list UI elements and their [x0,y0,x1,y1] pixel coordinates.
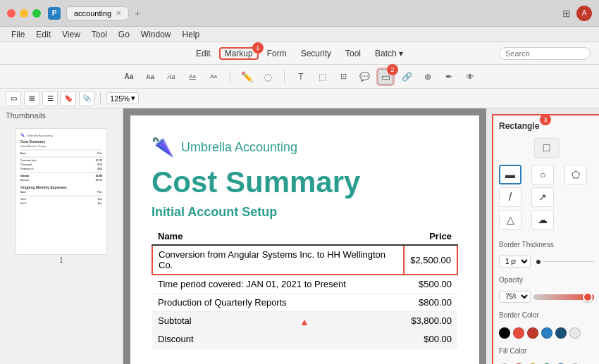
right-panel-wrapper: Rectangle 3 □ ▬ ○ ⬠ / ↗ △ ☁ Border Thick… [486,108,599,364]
discount-row: Discount $00.00 [152,330,457,349]
titlebar-right: ⊞ A [562,6,592,21]
pdf-subtitle: Initial Account Setup [152,205,458,220]
thumbnail-content: 🌂 Umbrella Accounting Cost Summary Initi… [16,128,107,255]
menu-tool-btn[interactable]: Tool [340,47,366,60]
menu-form-btn[interactable]: Form [261,47,292,60]
font-aa-2[interactable]: Aa [142,69,158,84]
menu-view[interactable]: View [56,28,86,41]
shape-cloud[interactable]: ☁ [531,210,554,230]
opacity-slider[interactable] [533,294,594,300]
row-3-name: Production of Quarterly Reports [152,294,404,312]
menu-security-btn[interactable]: Security [295,47,337,60]
maximize-button[interactable] [32,9,41,18]
border-color-blue1[interactable] [541,327,552,339]
new-tab-button[interactable]: + [135,8,140,19]
shape-line[interactable]: / [499,187,521,207]
pdf-page: 🌂 Umbrella Accounting Cost Summary Initi… [130,115,479,364]
discount-label: Discount [152,330,404,349]
tab-bar: accounting ✕ + [66,6,562,20]
border-color-black[interactable] [499,327,510,339]
search-area [499,47,591,60]
view-double-btn[interactable]: ⊞ [24,91,39,106]
thickness-select[interactable]: 1 pt 2 pt 3 pt [499,256,531,268]
border-color-red2[interactable] [527,327,538,339]
view-single-btn[interactable]: ▭ [6,91,21,106]
tab-label: accounting [74,9,111,18]
minimize-button[interactable] [20,9,28,18]
shape-rect-filled[interactable]: ▬ [499,165,521,184]
right-panel: Rectangle 3 □ ▬ ○ ⬠ / ↗ △ ☁ Border Thick… [492,114,599,364]
shape-triangle[interactable]: △ [499,210,521,230]
fill-color-label: Fill Color [499,347,594,355]
border-color-light[interactable] [569,327,581,339]
table-header-price: Price [404,228,457,245]
font-aa-5[interactable]: Aa [206,69,221,84]
menu-file[interactable]: File [6,28,30,41]
text-icon[interactable]: T [293,69,309,84]
menu-edit-btn[interactable]: Edit [190,47,216,60]
grid-icon[interactable]: ⊞ [562,8,571,19]
font-aa-4[interactable]: Aa [185,69,200,84]
link-icon[interactable]: 🔗 [399,69,414,84]
row-2-name: Time period covered: JAN 01, 2021 to Pre… [152,275,404,294]
shape-grid: ▬ ○ ⬠ / ↗ △ ☁ [499,165,594,230]
border-color-red1[interactable] [513,327,524,339]
search-input[interactable] [499,47,591,60]
thumbnail-page-1[interactable]: 🌂 Umbrella Accounting Cost Summary Initi… [16,128,107,265]
pencil-icon[interactable]: ✏️ [239,69,254,84]
row-3-price: $800.00 [404,294,457,312]
panel-badge: 3 [540,114,551,125]
stamp-icon[interactable]: ⊕ [420,69,436,84]
table-row: Time period covered: JAN 01, 2021 to Pre… [152,275,457,294]
row-1-price: $2,500.00 [404,245,457,275]
rectangle-container: ▭ 2 [378,69,393,84]
text-box-1-icon[interactable]: ⬚ [314,69,330,84]
shape-pentagon[interactable]: ⬠ [564,165,587,184]
view-attach-btn[interactable]: 📎 [79,91,94,106]
shape-placeholder [564,187,587,207]
text-box-2-icon[interactable]: ⊡ [335,69,351,84]
opacity-select[interactable]: 75% 100% 50% 25% [499,291,531,303]
shape-arrow[interactable]: ↗ [531,187,554,207]
thickness-dot [536,260,541,264]
menubar: File Edit View Tool Go Window Help [0,27,599,42]
menu-window[interactable]: Window [135,28,177,41]
app-icon: P [48,7,61,20]
avatar[interactable]: A [576,6,592,21]
view-toolbar: ▭ ⊞ ☰ 🔖 📎 125% ▾ [0,89,599,108]
discount-value: $00.00 [404,330,457,349]
eye-icon[interactable]: 👁 [462,69,478,84]
pdf-title: Cost Summary [152,165,458,199]
main-layout: Thumbnails 🌂 Umbrella Accounting Cost Su… [0,108,599,364]
view-thumbnail-btn[interactable]: ☰ [42,91,58,106]
border-color-blue2[interactable] [555,327,567,339]
shape-circle[interactable]: ○ [531,165,554,184]
menu-tool[interactable]: Tool [86,28,113,41]
tab-close-icon[interactable]: ✕ [116,9,121,17]
font-aa-3[interactable]: Aa [163,69,179,84]
sidebar-label: Thumbnails [0,108,123,123]
sidebar: Thumbnails 🌂 Umbrella Accounting Cost Su… [0,108,123,364]
menu-help[interactable]: Help [177,28,206,41]
sign-icon[interactable]: ✒ [441,69,457,84]
menu-go[interactable]: Go [113,28,135,41]
menu-edit[interactable]: Edit [30,28,56,41]
subtotal-label: Subtotal [152,312,404,330]
close-button[interactable] [7,9,16,18]
separator-1 [230,70,230,83]
active-tab[interactable]: accounting ✕ [66,6,129,20]
zoom-selector[interactable]: 125% ▾ [106,92,139,104]
view-bookmark-btn[interactable]: 🔖 [61,91,76,106]
separator-2 [284,70,285,83]
panel-title-container: Rectangle 3 [499,121,594,131]
comment-icon[interactable]: 💬 [357,69,372,84]
menu-batch-btn[interactable]: Batch ▾ [369,47,409,60]
shape-empty-rect[interactable]: □ [534,138,560,158]
thumbnail-area: 🌂 Umbrella Accounting Cost Summary Initi… [0,123,123,364]
content-area: 🌂 Umbrella Accounting Cost Summary Initi… [123,108,486,364]
font-aa-1[interactable]: Aa [121,69,137,84]
rectangle-badge: 2 [387,64,398,75]
thickness-row: 1 pt 2 pt 3 pt [499,256,594,268]
eraser-icon[interactable]: ◌ [260,69,276,84]
row-1-name: Conversion from Angular Systems Inc. to … [152,245,404,275]
